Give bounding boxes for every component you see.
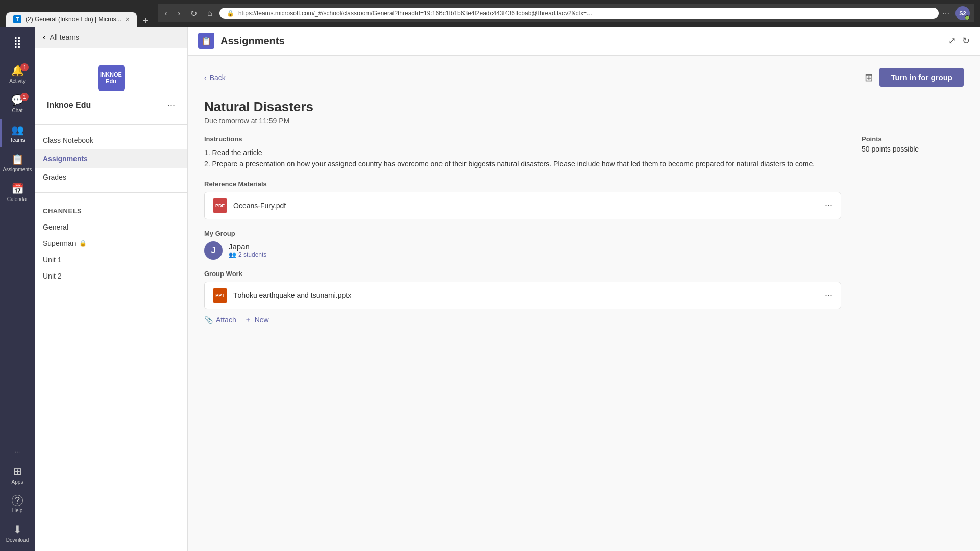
group-section: My group J Japan 👥 2 students [204, 230, 841, 260]
expand-btn[interactable]: ⤢ [948, 35, 956, 46]
ref-file-more-btn[interactable]: ··· [825, 200, 832, 211]
channels-header: Channels [35, 199, 187, 219]
assignments-label: Assignments [3, 167, 32, 172]
due-date: Due tomorrow at 11:59 PM [204, 117, 964, 125]
channel-label-unit1: Unit 1 [43, 256, 62, 264]
sidebar-item-assignments[interactable]: 📋 Assignments [0, 149, 35, 177]
browser-more-btn[interactable]: ··· [943, 9, 949, 18]
left-nav: ⣿ 🔔 1 Activity 💬 1 Chat 👥 Teams 📋 Assign… [0, 27, 35, 551]
tab-close-btn[interactable]: × [126, 15, 130, 23]
tab-title: (2) General (Inknoe Edu) | Micros... [26, 16, 121, 23]
channel-item-unit2[interactable]: Unit 2 [35, 268, 187, 284]
nav-forward-btn[interactable]: › [175, 8, 183, 19]
group-file-more-btn[interactable]: ··· [825, 290, 832, 300]
sidebar-item-activity[interactable]: 🔔 1 Activity [0, 60, 35, 88]
group-work-section: Group work PPT Tōhoku earthquake and tsu… [204, 270, 841, 324]
channel-item-general[interactable]: General [35, 219, 187, 235]
apps-label: Apps [12, 479, 23, 485]
active-tab[interactable]: T (2) General (Inknoe Edu) | Micros... × [6, 12, 137, 27]
app-logo: ⣿ [8, 31, 27, 54]
new-tab-btn[interactable]: + [139, 16, 153, 27]
channel-label-unit2: Unit 2 [43, 272, 62, 280]
sidebar-item-help[interactable]: ? Help [0, 491, 35, 517]
ref-materials-label: Reference materials [204, 180, 841, 188]
attach-bar: 📎 Attach ＋ New [204, 315, 841, 324]
nav-refresh-btn[interactable]: ↻ [187, 8, 200, 19]
new-btn[interactable]: ＋ New [244, 315, 269, 324]
refresh-btn[interactable]: ↻ [962, 35, 970, 46]
sidebar-item-calendar[interactable]: 📅 Calendar [0, 179, 35, 206]
attach-btn[interactable]: 📎 Attach [204, 316, 236, 324]
page-title: Assignments [220, 35, 942, 47]
view-toggle-icon[interactable]: ⊞ [865, 71, 873, 84]
assignment-detail: ‹ Back ⊞ Turn in for group Natural Disas… [188, 56, 980, 551]
lock-icon: 🔒 [227, 10, 234, 17]
instructions-text: 1. Read the article 2. Prepare a present… [204, 147, 841, 170]
team-section: INKNOEEdu Inknoe Edu ··· [35, 48, 187, 118]
all-teams-back-btn[interactable]: ‹ All teams [35, 27, 187, 48]
browser-tabs: T (2) General (Inknoe Edu) | Micros... ×… [6, 0, 153, 27]
sidebar-nav-class-notebook[interactable]: Class Notebook [35, 131, 187, 149]
pdf-icon: PDF [213, 198, 227, 213]
apps-icon: ⊞ [13, 465, 22, 478]
browser-actions: ··· S2 [943, 6, 970, 20]
ref-file-name: Oceans-Fury.pdf [233, 202, 819, 210]
my-group-label: My group [204, 230, 841, 237]
team-avatar: INKNOEEdu [98, 65, 125, 91]
profile-circle[interactable]: S2 [955, 6, 970, 20]
calendar-label: Calendar [7, 196, 28, 202]
activity-badge: 1 [20, 63, 29, 71]
back-chevron-icon: ‹ [204, 73, 207, 82]
sidebar-nav-assignments[interactable]: Assignments [35, 149, 187, 168]
detail-right: Points 50 points possible [862, 135, 964, 324]
channel-label-superman: Superman [43, 239, 76, 247]
tab-favicon: T [13, 15, 21, 23]
sidebar-item-teams[interactable]: 👥 Teams [0, 119, 35, 147]
nav-back-btn[interactable]: ‹ [162, 8, 170, 19]
team-name: Inknoe Edu [47, 101, 91, 110]
instructions-label: Instructions [204, 135, 841, 143]
nav-more-btn[interactable]: ··· [11, 443, 24, 459]
download-icon: ⬇ [13, 523, 22, 536]
back-arrow-icon: ‹ [43, 33, 45, 42]
assignments-header-icon: 📋 [198, 33, 214, 49]
sidebar-item-download[interactable]: ⬇ Download [0, 519, 35, 547]
teams-icon: 👥 [11, 123, 24, 136]
download-label: Download [6, 537, 29, 543]
students-count: 2 students [238, 251, 266, 258]
browser-chrome: T (2) General (Inknoe Edu) | Micros... ×… [0, 0, 980, 27]
channel-label-general: General [43, 223, 68, 231]
main-header: 📋 Assignments ⤢ ↻ [188, 27, 980, 56]
all-teams-label: All teams [50, 33, 79, 41]
sidebar-nav-grades[interactable]: Grades [35, 168, 187, 186]
attach-label: Attach [216, 316, 236, 324]
attach-icon: 📎 [204, 316, 213, 324]
team-more-btn[interactable]: ··· [167, 99, 175, 110]
assignment-title: Natural Disasters [204, 99, 964, 115]
group-avatar: J [204, 241, 223, 260]
activity-label: Activity [9, 78, 26, 84]
channel-item-superman[interactable]: Superman 🔒 [35, 235, 187, 252]
channel-item-unit1[interactable]: Unit 1 [35, 252, 187, 268]
sidebar: ‹ All teams INKNOEEdu Inknoe Edu ··· Cla… [35, 27, 188, 551]
group-work-card: PPT Tōhoku earthquake and tsunami.pptx ·… [204, 282, 841, 309]
detail-left: Instructions 1. Read the article 2. Prep… [204, 135, 841, 324]
sidebar-item-apps[interactable]: ⊞ Apps [0, 461, 35, 489]
browser-controls: ‹ › ↻ ⌂ 🔒 https://teams.microsoft.com/_#… [158, 4, 974, 22]
header-actions: ⤢ ↻ [948, 35, 970, 46]
back-link[interactable]: ‹ Back [204, 73, 226, 82]
detail-top-bar: ‹ Back ⊞ Turn in for group [204, 68, 964, 87]
turn-in-group-btn[interactable]: Turn in for group [879, 68, 964, 87]
sidebar-item-chat[interactable]: 💬 1 Chat [0, 90, 35, 117]
profile-initials: S2 [959, 10, 966, 16]
address-bar[interactable]: 🔒 https://teams.microsoft.com/_#/school/… [219, 8, 939, 19]
lock-icon-superman: 🔒 [79, 240, 87, 247]
nav-home-btn[interactable]: ⌂ [204, 8, 215, 19]
new-label: New [255, 316, 269, 324]
new-icon: ＋ [244, 315, 252, 324]
url-text: https://teams.microsoft.com/_#/school/cl… [238, 10, 592, 17]
group-info: Japan 👥 2 students [229, 242, 266, 258]
pptx-icon: PPT [213, 288, 227, 303]
main-content: 📋 Assignments ⤢ ↻ ‹ Back ⊞ Turn in for g… [188, 27, 980, 551]
group-name: Japan [229, 242, 266, 251]
